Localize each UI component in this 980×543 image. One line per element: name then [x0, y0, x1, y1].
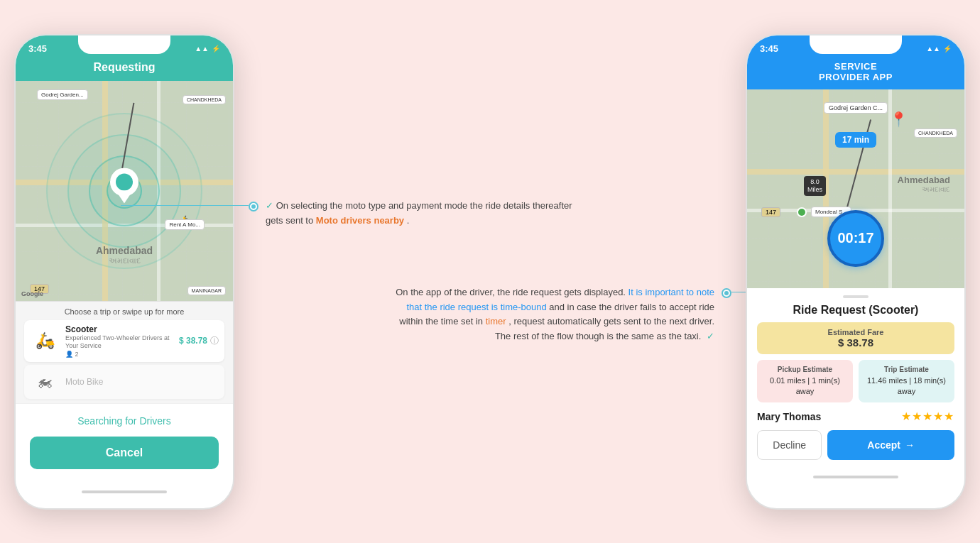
drag-handle — [843, 295, 869, 298]
scooter-icon: 🛵 — [30, 328, 60, 353]
maninagar-label: MANINAGAR — [187, 286, 226, 295]
driver-name: Mary Thomas — [757, 411, 821, 422]
dot-top — [249, 202, 258, 212]
chandkheda-label: CHANDKHEDA — [183, 95, 226, 104]
right-phone: 3:45 ▲▲ ⚡ SERVICE PROVIDER APP Godrej Ga… — [746, 34, 966, 510]
service-item-motobike: 🏍 Moto Bike — [24, 365, 224, 399]
estimates-row: Pickup Estimate 0.01 miles | 1 min(s) aw… — [757, 360, 954, 403]
wifi-icon: ▲▲ — [195, 45, 209, 53]
home-bar-line-left — [82, 490, 167, 493]
right-header-title: SERVICE PROVIDER APP — [819, 61, 893, 82]
annotation-bottom: On the app of the driver, the ride reque… — [391, 285, 731, 344]
driver-stars: ★★★★★ — [901, 410, 954, 423]
check-icon-bottom: ✓ — [707, 331, 714, 341]
godrej-label-right: Godrej Garden C... — [824, 102, 888, 114]
service-list-header: Choose a trip or swipe up for more — [24, 307, 224, 316]
timer-value: 00:17 — [837, 230, 873, 246]
ahmedabad-label-right: Ahmedabad — [898, 175, 950, 185]
decline-button[interactable]: Decline — [757, 430, 822, 460]
time-left: 3:45 — [28, 43, 47, 54]
timer-circle: 00:17 — [827, 210, 884, 267]
annotation-bottom-text: On the app of the driver, the ride reque… — [391, 285, 714, 344]
annotation-dot-top — [249, 202, 258, 212]
home-bar-left — [16, 483, 233, 500]
miles-unit: Miles — [807, 186, 822, 194]
left-app-header: Requesting — [16, 58, 233, 81]
origin-dot — [797, 207, 807, 217]
left-phone: 3:45 ▲▲ ⚡ Requesting Godrej Garden... CH… — [14, 34, 234, 510]
scooter-price: $ 38.78 — [179, 336, 207, 346]
godrej-label-left: Godrej Garden... — [37, 89, 88, 100]
pickup-value: 0.01 miles | 1 min(s) away — [763, 375, 847, 397]
google-logo: Google — [21, 290, 43, 297]
ride-request-title: Ride Request (Scooter) — [757, 304, 954, 317]
left-map: Godrej Garden... CHANDKHEDA — [16, 81, 233, 301]
rent-label: Rent A Mo... — [165, 219, 205, 230]
home-bar-right — [747, 468, 964, 486]
annotation-line-left — [121, 205, 249, 206]
fare-amount: $ 38.78 — [763, 336, 949, 349]
fare-box: Estimated Fare $ 38.78 — [757, 322, 954, 354]
miles-badge: 8.0 Miles — [804, 176, 826, 196]
highlight-moto: Moto drivers nearby — [316, 215, 404, 226]
ahmedabad-label: Ahmedabad — [96, 245, 153, 256]
time-right: 3:45 — [760, 43, 778, 54]
battery-icon: ⚡ — [212, 45, 220, 53]
home-bar-line-right — [813, 476, 898, 478]
scooter-pax: 👤 2 — [65, 351, 173, 358]
scooter-desc: Experienced Two-Wheeler Drivers at Your … — [65, 334, 173, 351]
scooter-name: Scooter — [65, 324, 173, 334]
right-map: Godrej Garden C... 📍 17 min CHANDKHEDA A… — [747, 89, 964, 288]
svg-marker-2 — [116, 190, 133, 203]
timer-wrap: 00:17 — [827, 210, 884, 267]
motobike-icon: 🏍 — [30, 369, 60, 395]
city-labels: Ahmedabad અમદાવાદ — [96, 245, 153, 265]
searching-text: Searching for Drivers — [30, 415, 219, 427]
left-header-title: Requesting — [93, 61, 155, 73]
arrow-icon: → — [905, 439, 915, 451]
accept-button[interactable]: Accept → — [827, 430, 954, 460]
fare-label: Estimated Fare — [763, 328, 949, 336]
right-app-header: SERVICE PROVIDER APP — [747, 58, 964, 89]
trip-estimate: Trip Estimate 11.46 miles | 18 min(s) aw… — [859, 360, 954, 403]
highlight-timer: timer — [486, 316, 506, 327]
trip-label: Trip Estimate — [864, 366, 949, 373]
road-badge-147-right: 147 — [761, 207, 780, 217]
annotation-top-text: ✓ On selecting the moto type and payment… — [266, 199, 589, 229]
wifi-icon-right: ▲▲ — [926, 45, 940, 53]
annotation-area: ✓ On selecting the moto type and payment… — [234, 142, 746, 401]
status-icons-right: ▲▲ ⚡ — [926, 45, 952, 53]
info-icon[interactable]: ⓘ — [210, 335, 219, 347]
service-item-scooter[interactable]: 🛵 Scooter Experienced Two-Wheeler Driver… — [24, 320, 224, 362]
dot-bottom — [722, 288, 731, 298]
action-row: Decline Accept → — [757, 430, 954, 460]
route-info-box: 17 min — [835, 132, 876, 148]
scooter-info: Scooter Experienced Two-Wheeler Drivers … — [65, 324, 173, 358]
battery-icon-right: ⚡ — [943, 45, 952, 53]
pickup-estimate: Pickup Estimate 0.01 miles | 1 min(s) aw… — [757, 360, 853, 403]
notch-right — [810, 35, 902, 54]
trip-value: 11.46 miles | 18 min(s) away — [864, 375, 949, 397]
cancel-button[interactable]: Cancel — [30, 437, 219, 469]
chandkheda-label-right: CHANDKHEDA — [914, 128, 957, 138]
location-pin — [110, 168, 138, 206]
left-bottom-panel: Searching for Drivers Cancel — [16, 403, 233, 483]
scene: 3:45 ▲▲ ⚡ Requesting Godrej Garden... CH… — [14, 9, 966, 534]
check-icon-top: ✓ — [266, 200, 276, 211]
ahmedabad-guj: અમદાવાદ — [96, 256, 153, 265]
destination-marker: 📍 — [890, 111, 908, 128]
accept-label: Accept — [867, 439, 900, 451]
status-icons-left: ▲▲ ⚡ — [195, 45, 220, 53]
annotation-dot-bottom — [722, 288, 731, 298]
svg-point-1 — [116, 173, 133, 190]
miles-value: 8.0 — [807, 178, 822, 186]
service-list: Choose a trip or swipe up for more 🛵 Sco… — [16, 301, 233, 403]
scooter-price-wrap: $ 38.78 ⓘ — [179, 335, 219, 347]
motobike-name: Moto Bike — [65, 377, 103, 387]
ride-request-panel: Ride Request (Scooter) Estimated Fare $ … — [747, 288, 964, 469]
pickup-label: Pickup Estimate — [763, 366, 847, 373]
city-labels-right: Ahmedabad અમદાવાદ — [898, 175, 950, 194]
driver-row: Mary Thomas ★★★★★ — [757, 410, 954, 423]
ahmedabad-guj-right: અમદાવાદ — [898, 185, 950, 194]
notch-left — [78, 35, 170, 54]
